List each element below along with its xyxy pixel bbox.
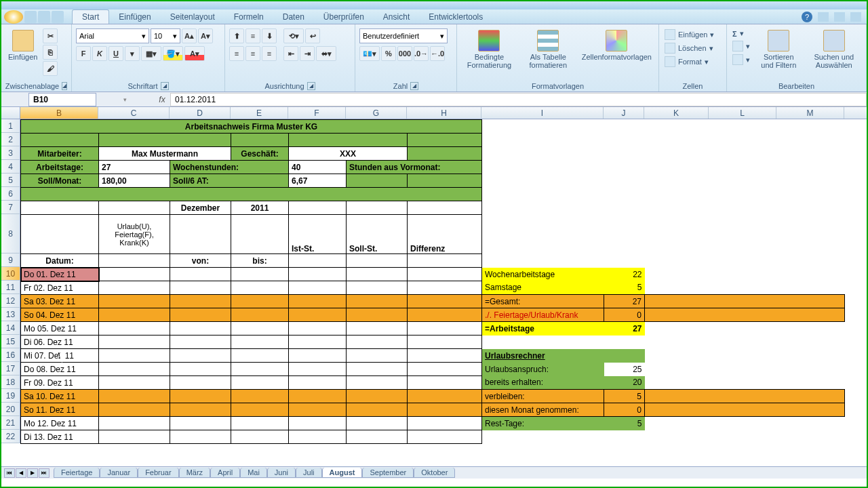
copy-button[interactable]: ⎘: [43, 45, 58, 60]
merge-button[interactable]: ⬌▾: [316, 46, 336, 61]
column-header-F[interactable]: F: [288, 107, 346, 119]
row-header-2[interactable]: 2: [1, 133, 20, 146]
qat-undo[interactable]: [38, 11, 50, 23]
column-header-C[interactable]: C: [98, 107, 170, 119]
row-header-19[interactable]: 19: [1, 389, 20, 403]
row-header-1[interactable]: 1: [1, 119, 20, 133]
delete-cells-button[interactable]: Löschen ▾: [663, 42, 715, 54]
comma-button[interactable]: 000: [397, 46, 412, 61]
align-right[interactable]: ≡: [262, 46, 277, 61]
row-header-5[interactable]: 5: [1, 174, 20, 187]
sheet-tab-mai[interactable]: Mai: [240, 468, 267, 478]
row-header-17[interactable]: 17: [1, 362, 20, 375]
row-header-13[interactable]: 13: [1, 308, 20, 321]
font-launcher[interactable]: ◢: [161, 82, 169, 90]
select-all-corner[interactable]: [1, 107, 20, 119]
conditional-formatting-button[interactable]: Bedingte Formatierung: [461, 28, 517, 70]
row-header-4[interactable]: 4: [1, 160, 20, 174]
row-header-22[interactable]: 22: [1, 430, 20, 443]
row-header-16[interactable]: 16: [1, 348, 20, 362]
row-header-21[interactable]: 21: [1, 416, 20, 430]
column-header-D[interactable]: D: [170, 107, 231, 119]
sheet-tab-märz[interactable]: März: [179, 468, 210, 478]
align-top[interactable]: ⬆: [229, 28, 244, 43]
row-header-15[interactable]: 15: [1, 335, 20, 348]
decrease-decimal[interactable]: ←.0: [430, 46, 445, 61]
wrap-text-button[interactable]: ↩: [305, 28, 320, 43]
format-as-table-button[interactable]: Als Tabelle formatieren: [520, 28, 576, 70]
sheet-tab-juni[interactable]: Juni: [267, 468, 296, 478]
tab-seitenlayout[interactable]: Seitenlayout: [161, 10, 224, 24]
column-header-J[interactable]: J: [604, 107, 644, 119]
tab-entwicklertools[interactable]: Entwicklertools: [419, 10, 492, 24]
fill-color-button[interactable]: 🪣▾: [163, 46, 183, 61]
align-middle[interactable]: ≡: [245, 28, 260, 43]
borders-button[interactable]: ▦▾: [141, 46, 161, 61]
sheet-tab-august[interactable]: August: [322, 468, 363, 478]
tab-start[interactable]: Start: [72, 9, 109, 24]
sheet-tab-juli[interactable]: Juli: [296, 468, 322, 478]
clipboard-launcher[interactable]: ◢: [62, 82, 67, 90]
row-header-11[interactable]: 11: [1, 281, 20, 294]
qat-save[interactable]: [24, 11, 37, 23]
row-header-3[interactable]: 3: [1, 146, 20, 160]
row-header-20[interactable]: 20: [1, 403, 20, 416]
tab-nav-next[interactable]: ▶: [27, 468, 38, 478]
row-header-14[interactable]: 14: [1, 321, 20, 335]
cut-button[interactable]: ✂: [43, 28, 58, 43]
column-header-L[interactable]: L: [709, 107, 776, 119]
align-bottom[interactable]: ⬇: [262, 28, 277, 43]
format-painter-button[interactable]: 🖌: [43, 61, 58, 76]
align-left[interactable]: ≡: [229, 46, 244, 61]
column-header-E[interactable]: E: [231, 107, 288, 119]
column-header-I[interactable]: I: [481, 107, 604, 119]
indent-increase[interactable]: ⇥: [300, 46, 315, 61]
name-box[interactable]: B10: [28, 93, 96, 106]
tab-daten[interactable]: Daten: [273, 10, 314, 24]
orientation-button[interactable]: ⟲▾: [283, 28, 304, 43]
row-header-12[interactable]: 12: [1, 294, 20, 308]
column-header-M[interactable]: M: [776, 107, 844, 119]
row-header-6[interactable]: 6: [1, 187, 20, 201]
tab-formeln[interactable]: Formeln: [224, 10, 273, 24]
formula-input[interactable]: 01.12.2011: [170, 93, 867, 106]
cell-styles-button[interactable]: Zellenformatvorlagen: [579, 28, 654, 62]
sheet-tab-februar[interactable]: Februar: [138, 468, 179, 478]
italic-button[interactable]: K: [92, 46, 107, 61]
tab-nav-last[interactable]: ⏭: [39, 468, 50, 478]
clear-button[interactable]: ▾: [731, 54, 751, 66]
restore-button[interactable]: [834, 12, 845, 22]
tab-nav-first[interactable]: ⏮: [4, 468, 15, 478]
format-cells-button[interactable]: Format ▾: [663, 56, 710, 68]
insert-cells-button[interactable]: Einfügen ▾: [663, 28, 715, 41]
row-header-9[interactable]: 9: [1, 253, 20, 267]
font-color-button[interactable]: A▾: [184, 46, 205, 61]
row-header-8[interactable]: 8: [1, 214, 20, 253]
indent-decrease[interactable]: ⇤: [283, 46, 298, 61]
alignment-launcher[interactable]: ◢: [307, 82, 315, 90]
underline-button[interactable]: U: [108, 46, 123, 61]
column-header-B[interactable]: B: [20, 107, 98, 119]
sheet-tab-april[interactable]: April: [210, 468, 240, 478]
office-button[interactable]: [4, 10, 23, 24]
row-header-18[interactable]: 18: [1, 375, 20, 389]
minimize-button[interactable]: [818, 12, 829, 22]
shrink-font-button[interactable]: A▾: [198, 28, 213, 43]
tab-ansicht[interactable]: Ansicht: [374, 10, 419, 24]
number-format-combo[interactable]: Benutzerdefiniert▾: [359, 28, 448, 43]
font-name-combo[interactable]: Arial▾: [76, 28, 149, 43]
column-header-H[interactable]: H: [407, 107, 481, 119]
sheet-tab-oktober[interactable]: Oktober: [414, 468, 455, 478]
close-button[interactable]: [850, 12, 861, 22]
qat-redo[interactable]: [52, 11, 64, 23]
grow-font-button[interactable]: A▴: [182, 28, 197, 43]
row-header-10[interactable]: 10: [1, 267, 20, 281]
tab-nav-prev[interactable]: ◀: [16, 468, 26, 478]
autosum-button[interactable]: Σ ▾: [731, 28, 751, 39]
currency-button[interactable]: 💶▾: [359, 46, 380, 61]
find-select-button[interactable]: Suchen und Auswählen: [806, 28, 862, 70]
column-header-K[interactable]: K: [644, 107, 709, 119]
number-launcher[interactable]: ◢: [410, 82, 418, 90]
increase-decimal[interactable]: .0→: [414, 46, 429, 61]
paste-button[interactable]: Einfügen: [5, 28, 40, 62]
